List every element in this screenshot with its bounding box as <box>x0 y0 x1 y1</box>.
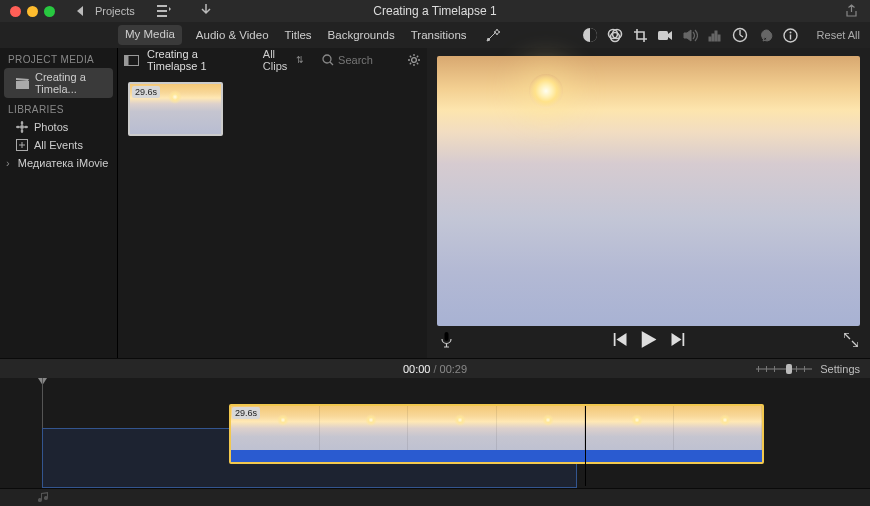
window-controls[interactable] <box>0 6 55 17</box>
tab-titles[interactable]: Titles <box>283 25 314 45</box>
zoom-slider[interactable] <box>756 364 812 374</box>
timeline-settings-button[interactable]: Settings <box>820 363 860 375</box>
svg-rect-7 <box>658 31 668 40</box>
toggle-sidebar-button[interactable] <box>124 51 139 69</box>
timeline-clip-duration-badge: 29.6s <box>232 407 260 419</box>
sidebar-item-label: Creating a Timela... <box>35 71 107 95</box>
svg-rect-9 <box>712 34 714 41</box>
svg-point-25 <box>411 58 416 63</box>
search-input[interactable] <box>338 54 398 66</box>
color-correction-button[interactable] <box>607 27 624 44</box>
timecode-display: 00:00/00:29 <box>403 363 467 375</box>
tab-audio-video[interactable]: Audio & Video <box>194 25 271 45</box>
svg-rect-2 <box>157 15 167 17</box>
svg-point-19 <box>16 126 20 129</box>
svg-point-20 <box>24 126 28 129</box>
info-button[interactable] <box>782 27 799 44</box>
disclosure-icon: › <box>6 157 10 169</box>
timeline-clip[interactable] <box>229 404 764 464</box>
back-button[interactable] <box>71 2 89 20</box>
event-name[interactable]: Creating a Timelapse 1 <box>147 48 241 72</box>
svg-point-14 <box>789 31 791 33</box>
svg-rect-10 <box>715 31 717 41</box>
audio-track-gutter[interactable] <box>0 488 870 506</box>
maximize-window-button[interactable] <box>44 6 55 17</box>
search-icon <box>322 54 334 66</box>
svg-rect-0 <box>157 5 167 7</box>
clips-filter-dropdown[interactable]: All Clips ⇅ <box>263 48 304 72</box>
enhance-wand-button[interactable] <box>484 26 502 44</box>
viewer-pane <box>427 48 870 358</box>
svg-rect-1 <box>157 10 167 12</box>
zoom-slider-knob[interactable] <box>786 364 792 374</box>
svg-point-24 <box>323 55 331 63</box>
tab-backgrounds[interactable]: Backgrounds <box>326 25 397 45</box>
svg-rect-26 <box>444 332 448 341</box>
next-frame-button[interactable] <box>670 333 684 348</box>
crop-button[interactable] <box>632 27 649 44</box>
svg-rect-28 <box>682 333 684 346</box>
clips-filter-label: All Clips <box>263 48 294 72</box>
projects-link[interactable]: Projects <box>95 5 135 17</box>
sidebar-item-label: Photos <box>34 121 68 133</box>
video-preview[interactable] <box>437 56 860 326</box>
music-note-icon <box>38 492 50 504</box>
clip-filter-button[interactable] <box>757 27 774 44</box>
minimize-window-button[interactable] <box>27 6 38 17</box>
timeline-clip-audio[interactable] <box>231 450 762 462</box>
svg-rect-8 <box>709 37 711 41</box>
share-button[interactable] <box>842 2 860 20</box>
updown-icon: ⇅ <box>296 55 304 65</box>
close-window-button[interactable] <box>10 6 21 17</box>
import-button[interactable] <box>197 2 215 20</box>
sidebar-item-imovie-library[interactable]: › Медиатека iMovie <box>0 154 117 172</box>
svg-point-17 <box>21 121 24 125</box>
flower-icon <box>16 121 28 133</box>
sidebar-item-all-events[interactable]: All Events <box>0 136 117 154</box>
timeline-divider <box>585 406 586 486</box>
stabilization-button[interactable] <box>657 27 674 44</box>
media-browser: Creating a Timelapse 1 All Clips ⇅ 29.6s <box>118 48 427 358</box>
svg-rect-15 <box>789 34 790 39</box>
sidebar-item-photos[interactable]: Photos <box>0 118 117 136</box>
fullscreen-button[interactable] <box>842 331 860 349</box>
window-title: Creating a Timelapse 1 <box>373 4 496 18</box>
svg-rect-11 <box>718 35 720 41</box>
speed-button[interactable] <box>732 27 749 44</box>
timeline[interactable]: 29.6s <box>0 378 870 506</box>
reset-all-button[interactable]: Reset All <box>817 29 860 41</box>
play-button[interactable] <box>641 331 656 350</box>
voiceover-button[interactable] <box>437 331 455 349</box>
svg-point-18 <box>21 129 24 133</box>
sidebar-header-libraries: LIBRARIES <box>0 98 117 118</box>
svg-rect-27 <box>613 333 615 346</box>
clip-duration-badge: 29.6s <box>132 86 160 98</box>
svg-point-16 <box>20 125 24 129</box>
browser-settings-button[interactable] <box>406 51 421 69</box>
volume-button[interactable] <box>682 27 699 44</box>
sidebar-item-label: Медиатека iMovie <box>18 157 109 169</box>
clip-thumbnail[interactable]: 29.6s <box>128 82 223 136</box>
sidebar: PROJECT MEDIA Creating a Timela... LIBRA… <box>0 48 118 358</box>
tab-my-media[interactable]: My Media <box>118 25 182 45</box>
svg-rect-23 <box>125 55 129 65</box>
library-list-icon[interactable] <box>155 2 173 20</box>
sidebar-item-label: All Events <box>34 139 83 151</box>
svg-point-6 <box>611 33 620 42</box>
clapper-icon <box>16 78 29 89</box>
noise-reduction-button[interactable] <box>707 27 724 44</box>
tab-transitions[interactable]: Transitions <box>409 25 469 45</box>
sidebar-item-project[interactable]: Creating a Timela... <box>4 68 113 98</box>
prev-frame-button[interactable] <box>613 333 627 348</box>
color-balance-button[interactable] <box>582 27 599 44</box>
sidebar-header-project-media: PROJECT MEDIA <box>0 48 117 68</box>
plus-square-icon <box>16 139 28 151</box>
